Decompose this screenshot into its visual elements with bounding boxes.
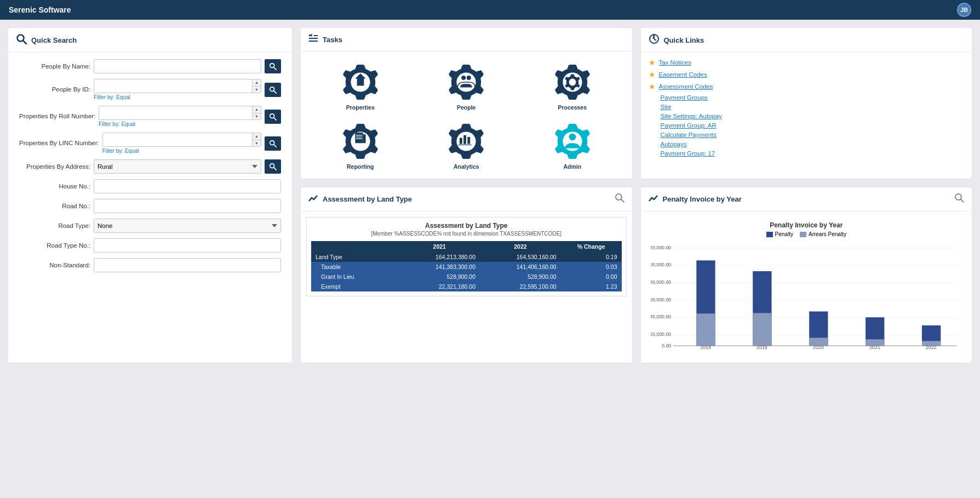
svg-text:60,000.00: 60,000.00 (651, 297, 671, 302)
task-processes[interactable]: Processes (524, 60, 621, 111)
assessment-chart-title: Assessment by Land Type (323, 195, 412, 203)
bar-label-2019: 2019 (757, 345, 767, 350)
easement-codes-link[interactable]: Easement Codes (659, 71, 707, 78)
penalty-chart-icon (649, 193, 658, 205)
road-no-row: Road No.: (19, 199, 281, 213)
svg-point-22 (569, 79, 576, 86)
properties-by-address-label: Properties By Address: (19, 163, 90, 171)
quick-link-tax-notices[interactable]: ★ Tax Notices (649, 58, 965, 67)
properties-by-linc-spin-down[interactable]: ▼ (253, 140, 261, 147)
road-no-label: Road No.: (19, 202, 90, 210)
star-icon-easement: ★ (649, 70, 656, 79)
properties-by-roll-spin-down[interactable]: ▼ (253, 113, 261, 120)
properties-by-roll-label: Properties By Roll Number: (19, 112, 95, 121)
penalty-search-icon[interactable] (954, 193, 964, 205)
payment-group-ar-link[interactable]: Payment Group: AR (661, 122, 965, 129)
task-properties[interactable]: Properties (312, 60, 409, 111)
penalty-panel: Penalty Invoice by Year Penalty Invoice … (640, 187, 973, 363)
task-people[interactable]: People (418, 60, 515, 111)
assessment-row-label: Grant In Lieu (311, 272, 399, 282)
site-link[interactable]: Site (661, 104, 965, 110)
properties-by-linc-search-button[interactable] (265, 136, 281, 151)
road-no-input[interactable] (94, 199, 281, 213)
people-by-id-search-button[interactable] (265, 83, 281, 97)
people-by-id-spin-up[interactable]: ▲ (253, 79, 261, 87)
assessment-table-title: Assessment by Land Type (311, 222, 622, 230)
tasks-header: Tasks (301, 28, 632, 51)
assessment-row-label: Exempt (311, 282, 399, 291)
assessment-panel: Assessment by Land Type Assessment by La… (300, 187, 633, 363)
app-header: Serenic Software JB (0, 0, 980, 20)
road-type-no-input[interactable] (94, 238, 281, 253)
svg-point-19 (461, 76, 466, 80)
svg-rect-25 (363, 134, 366, 143)
properties-by-roll-input[interactable] (99, 106, 252, 119)
task-analytics-label: Analytics (454, 163, 479, 170)
site-settings-link[interactable]: Site Settings: Autopay (661, 113, 965, 119)
quick-links-title: Quick Links (664, 36, 704, 44)
user-avatar[interactable]: JB (957, 3, 971, 17)
people-by-id-row: People By ID: ▲ ▼ Filter by: Equal (19, 79, 281, 100)
properties-by-address-row: Properties By Address: Rural Urban (19, 159, 281, 174)
legend-penalty-color (766, 232, 773, 237)
properties-by-linc-spin-up[interactable]: ▲ (253, 133, 261, 140)
tasks-body: Properties People (301, 51, 632, 179)
autopays-link[interactable]: Autopays (661, 141, 965, 147)
tasks-panel: Tasks Properties (300, 27, 633, 179)
people-by-id-filter-link[interactable]: Filter by: Equal (94, 94, 261, 100)
task-admin-label: Admin (563, 163, 581, 170)
task-properties-label: Properties (346, 104, 375, 111)
quick-link-assessment-codes[interactable]: ★ Assessment Codes (649, 82, 965, 91)
svg-line-5 (274, 90, 276, 93)
svg-line-9 (274, 144, 276, 146)
properties-by-linc-filter-link[interactable]: Filter by: Equal (102, 148, 261, 154)
assessment-row-change: 0.03 (561, 262, 622, 272)
people-by-id-input[interactable] (94, 79, 252, 93)
quick-link-easement-codes[interactable]: ★ Easement Codes (649, 70, 965, 79)
properties-by-linc-input[interactable] (103, 133, 252, 146)
properties-by-roll-spin-up[interactable]: ▲ (253, 106, 261, 113)
task-reporting[interactable]: Reporting (312, 119, 409, 170)
properties-by-address-select[interactable]: Rural Urban (94, 159, 261, 174)
penalty-legend: Penalty Arrears Penalty (651, 231, 962, 237)
properties-by-roll-search-button[interactable] (265, 110, 281, 124)
svg-line-7 (274, 117, 276, 119)
quick-links-header: Quick Links (641, 28, 972, 53)
people-by-id-spinbox: ▲ ▼ (94, 79, 261, 93)
calculate-payments-link[interactable]: Calculate Payments (661, 131, 965, 138)
task-analytics[interactable]: Analytics (418, 119, 515, 170)
assessment-row-2022: 528,900.00 (480, 272, 561, 282)
svg-rect-31 (463, 135, 466, 144)
people-by-id-spin-down[interactable]: ▼ (253, 87, 261, 93)
main-content: Quick Search People By Name: People By I… (0, 20, 980, 371)
col-header-label (311, 241, 399, 252)
quick-search-panel: Quick Search People By Name: People By I… (8, 27, 293, 363)
assessment-row-label: Taxable (311, 262, 399, 272)
road-type-select[interactable]: None (94, 219, 281, 233)
tax-notices-link[interactable]: Tax Notices (659, 59, 691, 66)
assessment-panel-header: Assessment by Land Type (301, 187, 632, 211)
people-by-name-input[interactable] (94, 59, 261, 73)
payment-groups-link[interactable]: Payment Groups (661, 94, 965, 101)
legend-penalty: Penalty (766, 231, 793, 237)
properties-by-address-search-button[interactable] (265, 159, 281, 174)
legend-penalty-label: Penalty (775, 231, 793, 237)
people-by-name-search-button[interactable] (265, 59, 281, 73)
bar-label-2018: 2018 (700, 345, 711, 350)
non-standard-input[interactable] (94, 258, 281, 272)
assessment-search-icon[interactable] (615, 193, 624, 205)
properties-by-roll-spinbox: ▲ ▼ (99, 106, 261, 120)
svg-text:20,000.00: 20,000.00 (651, 331, 671, 337)
assessment-codes-link[interactable]: Assessment Codes (659, 83, 713, 90)
assessment-row-2021: 528,900.00 (399, 272, 480, 282)
quick-links-body: ★ Tax Notices ★ Easement Codes ★ Assessm… (641, 53, 972, 165)
payment-group-17-link[interactable]: Payment Group: 17 (661, 150, 965, 157)
svg-text:40,000.00: 40,000.00 (651, 314, 671, 319)
svg-text:80,000.00: 80,000.00 (651, 279, 671, 285)
house-no-input[interactable] (94, 179, 281, 193)
task-admin[interactable]: Admin (524, 119, 621, 170)
properties-by-roll-filter-link[interactable]: Filter by: Equal (99, 121, 261, 127)
people-by-name-row: People By Name: (19, 59, 281, 73)
assessment-row-2022: 22,595,100.00 (480, 282, 561, 291)
assessment-row-change: 1.23 (561, 282, 622, 291)
